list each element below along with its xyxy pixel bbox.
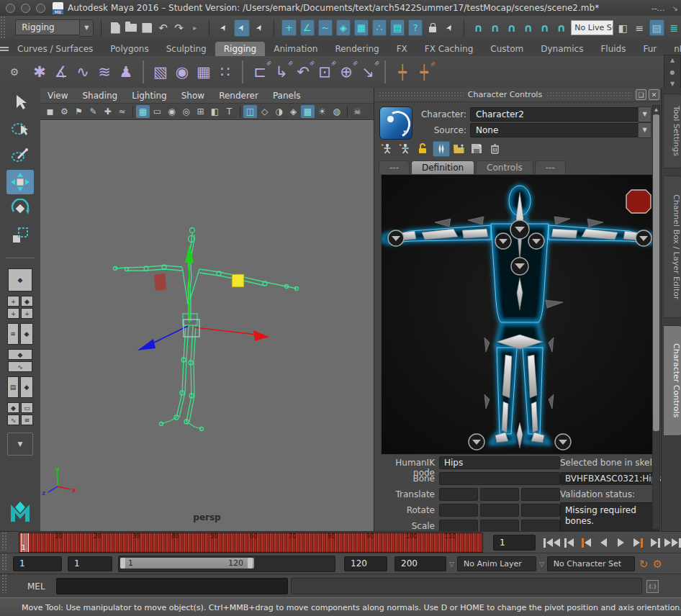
wireframe-on-shaded-icon[interactable]: ◫ [243, 105, 257, 118]
layout-persp-graph-button[interactable]: ◆ [8, 349, 32, 360]
snap-to-grid-button[interactable]: ∩ [472, 22, 485, 35]
snap-to-view-planes-button[interactable]: ∩ [538, 22, 551, 35]
select-tool-button[interactable] [6, 90, 34, 114]
anim-layer-dropdown-icon[interactable]: ▽ [539, 561, 544, 568]
gate-mask-icon[interactable]: ◎ [179, 105, 193, 118]
create-joint-button[interactable]: ✱ [29, 63, 50, 81]
safe-action-icon[interactable]: ◧ [208, 105, 222, 118]
close-window-button[interactable] [6, 4, 15, 13]
playback-start-field[interactable]: 1 [68, 556, 112, 571]
step-forward-key-button[interactable] [629, 535, 646, 551]
save-scene-button[interactable] [140, 21, 153, 35]
film-gate-icon[interactable]: ▭ [150, 105, 164, 118]
source-select-field[interactable]: None [470, 123, 643, 137]
command-language-toggle[interactable]: MEL [27, 581, 56, 592]
character-dropdown-icon[interactable]: ▼ [638, 107, 651, 122]
go-to-start-button[interactable] [543, 535, 560, 551]
timeline-track[interactable]: 10 20 30 40 50 60 70 80 90 100 110 1 [19, 533, 483, 553]
panel-scrollbar[interactable]: ▲ [652, 105, 660, 530]
point-constraint-button[interactable]: ↳∞ [271, 63, 292, 81]
panel-float-button[interactable]: ❏ [636, 89, 646, 100]
panel-close-button[interactable]: ✕ [649, 89, 659, 100]
minimize-window-button[interactable] [21, 4, 30, 13]
shelf-tab-rigging[interactable]: Rigging [215, 42, 265, 56]
layer-editor-toggle[interactable]: ≣ [667, 20, 681, 35]
scale-y-field[interactable] [480, 520, 519, 531]
shelf-menu-icon[interactable] [0, 47, 9, 56]
character-set-selector[interactable]: No Character Set [547, 556, 635, 571]
snap-curve-button[interactable]: ~ [318, 19, 333, 36]
tab-spacer-right[interactable]: --- [535, 160, 566, 174]
panel-drag-texture[interactable] [546, 91, 631, 99]
animation-preferences-button[interactable]: ⚙ [652, 558, 662, 571]
script-editor-button[interactable]: {;} [646, 580, 659, 593]
menu-set-selector[interactable]: Rigging ▼ [15, 19, 94, 37]
command-input-field[interactable] [56, 578, 288, 594]
zoom-window-button[interactable] [36, 4, 45, 13]
current-time-field[interactable]: 1 [493, 535, 536, 551]
mirror-matching-button[interactable] [433, 141, 450, 157]
shelf-tab-fx-caching[interactable]: FX Caching [416, 42, 482, 56]
camera-attributes-icon[interactable]: ⚙ [58, 105, 71, 118]
layout-hypergraph-persp-button[interactable]: ▤ [7, 376, 19, 398]
bind-skin-button[interactable]: ◉ [171, 63, 193, 81]
tab-controls[interactable]: Controls [476, 160, 533, 174]
rotate-x-field[interactable] [439, 504, 478, 517]
rotate-z-field[interactable] [521, 504, 560, 517]
play-forwards-button[interactable] [612, 535, 629, 551]
parent-constraint-button[interactable]: ⊏∞ [249, 63, 271, 81]
playback-range-slider[interactable]: 1 120 [118, 556, 335, 572]
humanik-character-button[interactable]: ♟ [115, 63, 137, 81]
dock-tab-channel-box[interactable]: Channel Box / Layer Editor [663, 176, 681, 318]
shelf-tab-sculpting[interactable]: Sculpting [158, 42, 215, 56]
grid-toggle-icon[interactable]: ▦ [136, 105, 150, 118]
ik-handle-button[interactable]: ∡ [50, 63, 72, 81]
anim-layer-selector[interactable]: No Anim Layer [457, 556, 536, 571]
pole-vector-constraint-button[interactable]: ↘∞ [357, 63, 379, 81]
make-live-button[interactable]: ∩ [554, 22, 568, 35]
time-slider-grip[interactable] [1, 532, 7, 551]
command-line-grip[interactable] [1, 574, 7, 593]
safe-title-icon[interactable]: T [222, 105, 236, 118]
snap-to-curves-button[interactable]: ∩ [488, 22, 502, 35]
image-plane-icon[interactable]: ✎ [86, 105, 100, 118]
shelf-scroll-down-icon[interactable]: ▼ [670, 81, 675, 87]
textured-display-icon[interactable]: ▩ [301, 105, 315, 118]
layout-shortcuts-dropdown[interactable]: ▼ [7, 432, 33, 456]
translate-z-field[interactable] [521, 488, 560, 501]
shelf-tab-fur[interactable]: Fur [634, 42, 665, 56]
rotate-y-field[interactable] [480, 504, 519, 517]
menu-view[interactable]: View [40, 91, 75, 101]
shadows-icon[interactable]: ◍ [330, 105, 343, 118]
undo-button[interactable]: ↶ [156, 21, 169, 35]
animation-start-field[interactable]: 1 [13, 556, 62, 571]
open-scene-button[interactable] [125, 21, 137, 35]
help-button[interactable]: ? [408, 19, 423, 36]
layout-single-pane-button[interactable]: ◆ [8, 268, 32, 291]
bounding-box-icon[interactable]: ◈ [287, 105, 300, 118]
status-line-grip[interactable] [0, 16, 5, 40]
shelf-tab-fluids[interactable]: Fluids [592, 42, 634, 56]
step-forward-frame-button[interactable] [646, 535, 664, 551]
layout-outliner-persp-button[interactable]: ≡ [7, 323, 19, 345]
smooth-shade-icon[interactable]: ◇ [258, 105, 271, 118]
soft-mod-button[interactable]: ≋ [94, 63, 115, 81]
paint-select-tool-button[interactable] [6, 143, 34, 168]
lattice-button[interactable]: ▦ [193, 63, 215, 81]
cluster-toggle-button[interactable]: ∴ [372, 19, 387, 36]
shelf-tab-dynamics[interactable]: Dynamics [532, 42, 592, 56]
scale-z-field[interactable] [521, 520, 560, 531]
character-select-field[interactable]: Character2 [470, 107, 643, 122]
dock-tab-character-controls[interactable]: Character Controls [663, 325, 681, 436]
select-object-button[interactable]: ➤ [234, 19, 250, 37]
menu-show[interactable]: Show [174, 91, 212, 101]
construction-history-toggle[interactable]: ◧ [616, 20, 630, 35]
menu-renderer[interactable]: Renderer [212, 91, 266, 101]
shelf-scroll-up-icon[interactable]: ▲ [670, 57, 675, 63]
panel-drag-texture[interactable] [379, 91, 464, 99]
shelf-tab-animation[interactable]: Animation [265, 42, 326, 56]
two-d-pan-zoom-icon[interactable]: ✚ [101, 105, 114, 118]
humanik-node-field[interactable]: Hips [439, 456, 560, 469]
panel-title-bar[interactable]: Character Controls ❏ ✕ [374, 88, 662, 102]
scrollbar-up-icon[interactable]: ▲ [653, 107, 659, 112]
